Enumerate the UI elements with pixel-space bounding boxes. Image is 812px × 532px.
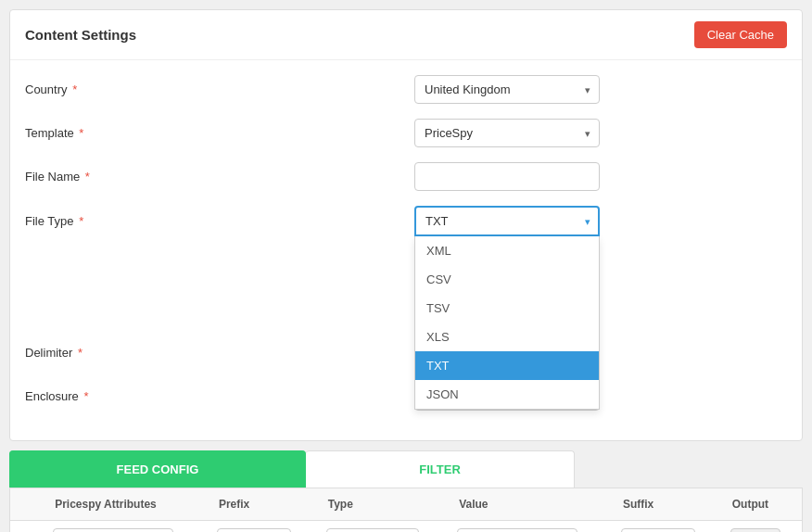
delimiter-required: * xyxy=(74,346,82,360)
template-control: PriceSpy Google Shopping Amazon ▾ xyxy=(414,119,787,147)
col-pricespy-attributes: Pricespy Attributes xyxy=(44,488,208,521)
template-label: Template * xyxy=(25,126,414,140)
country-select[interactable]: United Kingdom United States Germany Fra… xyxy=(414,75,600,104)
table-wrapper: Pricespy Attributes Prefix Type Value Su… xyxy=(9,488,803,532)
option-json[interactable]: JSON xyxy=(415,380,599,409)
template-row: Template * PriceSpy Google Shopping Amaz… xyxy=(25,119,787,147)
value-cell-1: Product Title Product Price Product SKU … xyxy=(448,521,612,533)
tab-feed-config[interactable]: FEED CONFIG xyxy=(9,450,306,488)
col-prefix: Prefix xyxy=(208,488,317,521)
table-header-row: Pricespy Attributes Prefix Type Value Su… xyxy=(10,488,802,521)
filename-input[interactable] xyxy=(414,162,600,191)
filename-row: File Name * xyxy=(25,162,787,191)
card-header: Content Settings Clear Cache xyxy=(10,10,802,60)
prefix-input-1[interactable] xyxy=(217,528,291,532)
country-select-wrapper: United Kingdom United States Germany Fra… xyxy=(414,75,600,104)
form-body: Country * United Kingdom United States G… xyxy=(10,60,802,440)
suffix-cell-1 xyxy=(612,521,721,533)
feed-table: Pricespy Attributes Prefix Type Value Su… xyxy=(10,488,802,532)
template-select[interactable]: PriceSpy Google Shopping Amazon xyxy=(414,119,600,147)
col-type: Type xyxy=(317,488,448,521)
template-required: * xyxy=(76,126,84,140)
table-row: ≡ Attribute Static Dynamic xyxy=(10,521,802,533)
value-select-1[interactable]: Product Title Product Price Product SKU xyxy=(457,528,577,532)
country-required: * xyxy=(70,82,78,96)
filetype-dropdown: XML CSV TSV XLS TXT JSON xyxy=(414,236,600,410)
filetype-display[interactable] xyxy=(414,206,600,236)
delimiter-label: Delimiter * xyxy=(25,346,414,360)
option-csv[interactable]: CSV xyxy=(415,265,599,294)
filetype-required: * xyxy=(76,214,84,228)
enclosure-required: * xyxy=(81,389,89,403)
suffix-input-1[interactable] xyxy=(621,528,695,532)
filetype-dropdown-wrapper: ▾ XML CSV TSV XLS TXT JSON xyxy=(414,206,787,236)
filetype-label: File Type * xyxy=(25,214,414,228)
filetype-row: File Type * ▾ XML CSV TSV XLS TXT xyxy=(25,206,787,236)
option-tsv[interactable]: TSV xyxy=(415,294,599,323)
col-drag xyxy=(10,488,44,521)
output-cell-1: Defau xyxy=(721,521,802,533)
option-txt[interactable]: TXT xyxy=(415,351,599,380)
tabs-section: FEED CONFIG FILTER xyxy=(9,450,803,488)
country-control: United Kingdom United States Germany Fra… xyxy=(414,75,787,104)
content-settings-card: Content Settings Clear Cache Country * U… xyxy=(9,9,803,441)
col-output: Output xyxy=(721,488,802,521)
country-label: Country * xyxy=(25,82,414,96)
filename-control xyxy=(414,162,787,191)
clear-cache-button[interactable]: Clear Cache xyxy=(694,21,787,48)
col-value: Value xyxy=(448,488,612,521)
filename-label: File Name * xyxy=(25,170,414,184)
enclosure-row: Enclosure * xyxy=(25,382,787,411)
template-select-wrapper: PriceSpy Google Shopping Amazon ▾ xyxy=(414,119,600,147)
prefix-cell-1 xyxy=(208,521,317,533)
attribute-input-1[interactable] xyxy=(53,528,173,532)
option-xls[interactable]: XLS xyxy=(415,323,599,351)
value-select-wrapper-1: Product Title Product Price Product SKU … xyxy=(457,528,577,532)
filename-required: * xyxy=(82,170,90,184)
drag-handle-cell: ≡ xyxy=(10,521,44,533)
type-select-1[interactable]: Attribute Static Dynamic xyxy=(326,528,419,532)
output-button-1[interactable]: Defau xyxy=(730,528,780,532)
col-suffix: Suffix xyxy=(612,488,721,521)
attribute-cell-1 xyxy=(44,521,208,533)
card-title: Content Settings xyxy=(25,27,136,43)
enclosure-label: Enclosure * xyxy=(25,389,414,403)
tab-filter[interactable]: FILTER xyxy=(306,450,575,488)
country-row: Country * United Kingdom United States G… xyxy=(25,75,787,104)
option-xml[interactable]: XML xyxy=(415,236,599,265)
type-cell-1: Attribute Static Dynamic ▾ xyxy=(317,521,448,533)
delimiter-row: Delimiter * xyxy=(25,338,787,367)
type-select-wrapper-1: Attribute Static Dynamic ▾ xyxy=(326,528,419,532)
filetype-control: ▾ XML CSV TSV XLS TXT JSON xyxy=(414,206,787,236)
